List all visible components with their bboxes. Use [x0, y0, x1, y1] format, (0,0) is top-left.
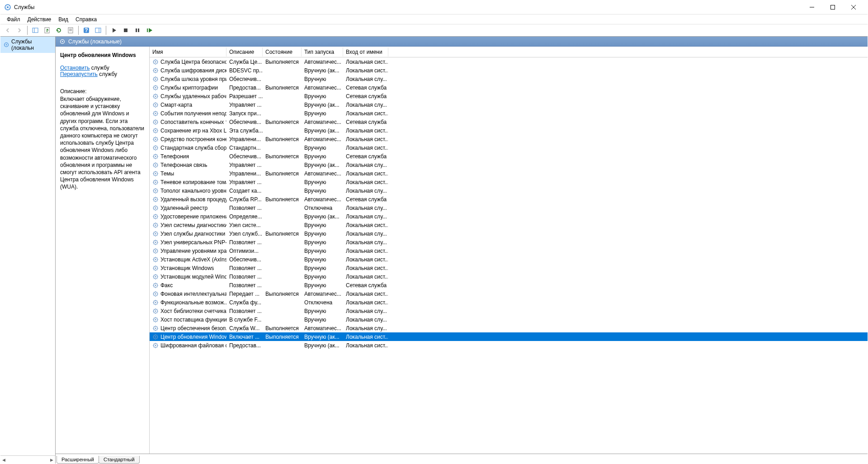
- back-button[interactable]: [2, 25, 13, 36]
- cell-state: [263, 96, 302, 97]
- cell-startup: Вручную: [302, 144, 343, 152]
- table-row[interactable]: Хост библиотеки счетчика ...Позволяет ..…: [150, 307, 868, 315]
- table-row[interactable]: ТелефонияОбеспечив...ВыполняетсяВручнуюС…: [150, 152, 868, 161]
- cell-startup: Вручную: [302, 110, 343, 117]
- show-hide-tree-button[interactable]: [30, 25, 41, 36]
- scroll-right-icon[interactable]: ▶: [48, 458, 55, 462]
- cell-logon: Локальная слу...: [343, 161, 388, 169]
- restart-service-button[interactable]: [144, 25, 155, 36]
- svg-point-78: [155, 284, 156, 286]
- table-row[interactable]: Служба Центра безопасно...Служба Це...Вы…: [150, 57, 868, 66]
- table-row[interactable]: Узел службы диагностикиУзел служб...Выпо…: [150, 229, 868, 238]
- menu-file[interactable]: Файл: [3, 15, 24, 24]
- table-row[interactable]: Службы удаленных рабочи...Разрешает ...В…: [150, 92, 868, 100]
- table-row[interactable]: Теневое копирование томаУправляет ...Вру…: [150, 178, 868, 186]
- table-row[interactable]: Управление уровнями хра...Оптимизи...Вру…: [150, 246, 868, 255]
- svg-point-34: [155, 95, 156, 97]
- svg-point-46: [155, 147, 156, 148]
- gear-icon: [152, 188, 159, 194]
- column-logon[interactable]: Вход от имени: [343, 47, 388, 57]
- table-row[interactable]: Удостоверение приложенияОпределяе...Вруч…: [150, 212, 868, 221]
- stop-service-button[interactable]: [120, 25, 131, 36]
- tabs-bar: Расширенный Стандартный: [56, 454, 868, 464]
- table-row[interactable]: ФаксПозволяет ...ВручнуюСетевая служба: [150, 281, 868, 289]
- scroll-left-icon[interactable]: ◀: [0, 458, 7, 462]
- export-list-button[interactable]: [42, 25, 52, 36]
- toolbar: ?: [0, 24, 868, 37]
- services-list[interactable]: Имя Описание Состояние Тип запуска Вход …: [150, 47, 868, 454]
- table-row[interactable]: Центр обновления WindowsВключает ...Выпо…: [150, 332, 868, 341]
- table-row[interactable]: Службы криптографииПредостав...Выполняет…: [150, 83, 868, 92]
- stop-service-link[interactable]: Остановить: [60, 65, 90, 71]
- table-row[interactable]: Центр обеспечения безоп...Служба W...Вып…: [150, 324, 868, 332]
- table-row[interactable]: Служба шлюза уровня при...Обеспечив...Вр…: [150, 75, 868, 83]
- tree-root-label: Службы (локальн: [11, 38, 52, 51]
- refresh-button[interactable]: [53, 25, 64, 36]
- table-row[interactable]: Сопоставитель конечных т...Обеспечив...В…: [150, 118, 868, 126]
- start-service-button[interactable]: [108, 25, 119, 36]
- menu-help[interactable]: Справка: [72, 15, 100, 24]
- show-hide-action-button[interactable]: [93, 25, 104, 36]
- properties-button[interactable]: [65, 25, 76, 36]
- table-row[interactable]: Установщик ActiveX (AxInst...Обеспечив..…: [150, 255, 868, 264]
- column-description[interactable]: Описание: [226, 47, 263, 57]
- column-name[interactable]: Имя: [150, 47, 226, 57]
- restart-service-link[interactable]: Перезапустить: [60, 71, 98, 77]
- cell-name: Хост поставщика функции ...: [150, 316, 226, 323]
- menu-action[interactable]: Действие: [24, 15, 55, 24]
- gear-icon: [152, 256, 159, 263]
- tree-root-item[interactable]: Службы (локальн: [0, 37, 55, 53]
- table-row[interactable]: Телефонная связьУправляет ...Вручную (ак…: [150, 161, 868, 169]
- table-row[interactable]: Узел системы диагностикиУзел систе...Вру…: [150, 221, 868, 229]
- cell-name: Службы криптографии: [150, 84, 226, 91]
- table-row[interactable]: Удаленный реестрПозволяет ...ОтключенаЛо…: [150, 204, 868, 212]
- cell-startup: Вручную (ак...: [302, 342, 343, 349]
- svg-point-50: [155, 164, 156, 166]
- gear-icon: [152, 205, 159, 211]
- pane-header: Службы (локальные): [56, 37, 868, 47]
- cell-startup: Вручную (ак...: [302, 127, 343, 134]
- table-row[interactable]: Узел универсальных PNP-у...Позволяет ...…: [150, 238, 868, 246]
- cell-description: Служба W...: [226, 325, 263, 332]
- close-button[interactable]: [843, 0, 864, 14]
- table-row[interactable]: Средство построения коне...Управлени...В…: [150, 135, 868, 143]
- cell-logon: Локальная слу...: [343, 325, 388, 332]
- svg-point-64: [155, 224, 156, 226]
- column-state[interactable]: Состояние: [263, 47, 302, 57]
- table-row[interactable]: Служба шифрования диско...BDESVC пр...Вр…: [150, 66, 868, 75]
- forward-button[interactable]: [14, 25, 25, 36]
- cell-state: [263, 319, 302, 320]
- cell-startup: Вручную: [302, 265, 343, 272]
- cell-state: [263, 104, 302, 105]
- table-row[interactable]: Функциональные возмож...Служба фу...Откл…: [150, 298, 868, 307]
- table-row[interactable]: Хост поставщика функции ...В службе F...…: [150, 315, 868, 324]
- svg-point-88: [155, 327, 156, 329]
- tab-extended[interactable]: Расширенный: [57, 456, 99, 464]
- cell-description: Позволяет ...: [226, 239, 263, 246]
- menu-view[interactable]: Вид: [55, 15, 72, 24]
- table-row[interactable]: Установщик WindowsПозволяет ...ВручнуюЛо…: [150, 264, 868, 272]
- pause-service-button[interactable]: [132, 25, 143, 36]
- maximize-button[interactable]: [822, 0, 843, 14]
- cell-logon: Локальная сист...: [343, 256, 388, 263]
- cell-state: [263, 311, 302, 312]
- cell-name: Сопоставитель конечных т...: [150, 118, 226, 126]
- table-row[interactable]: Стандартная служба сбор...Стандартн...Вр…: [150, 143, 868, 152]
- table-row[interactable]: Удаленный вызов процеду...Служба RP...Вы…: [150, 195, 868, 204]
- table-row[interactable]: Фоновая интеллектуальна...Передает ...Вы…: [150, 289, 868, 298]
- table-row[interactable]: Сохранение игр на Xbox LiveЭта служба...…: [150, 126, 868, 135]
- cell-description: Обеспечив...: [226, 118, 263, 126]
- svg-point-40: [155, 121, 156, 123]
- table-row[interactable]: Тополог канального уровняСоздает ка...Вр…: [150, 186, 868, 195]
- table-row[interactable]: События получения непод...Запуск при...В…: [150, 109, 868, 118]
- table-row[interactable]: ТемыУправлени...ВыполняетсяАвтоматичес..…: [150, 169, 868, 178]
- table-row[interactable]: Установщик модулей Wind...Позволяет ...В…: [150, 272, 868, 281]
- cell-description: Управлени...: [226, 170, 263, 177]
- table-row[interactable]: Смарт-картаУправляет ...Вручную (ак...Ло…: [150, 100, 868, 109]
- help-button[interactable]: ?: [81, 25, 92, 36]
- column-startup[interactable]: Тип запуска: [302, 47, 343, 57]
- minimize-button[interactable]: [802, 0, 822, 14]
- table-row[interactable]: Шифрованная файловая си...Предостав...Вр…: [150, 341, 868, 350]
- tree-scrollbar[interactable]: ◀ ▶: [0, 455, 55, 464]
- tab-standard[interactable]: Стандартный: [99, 456, 140, 464]
